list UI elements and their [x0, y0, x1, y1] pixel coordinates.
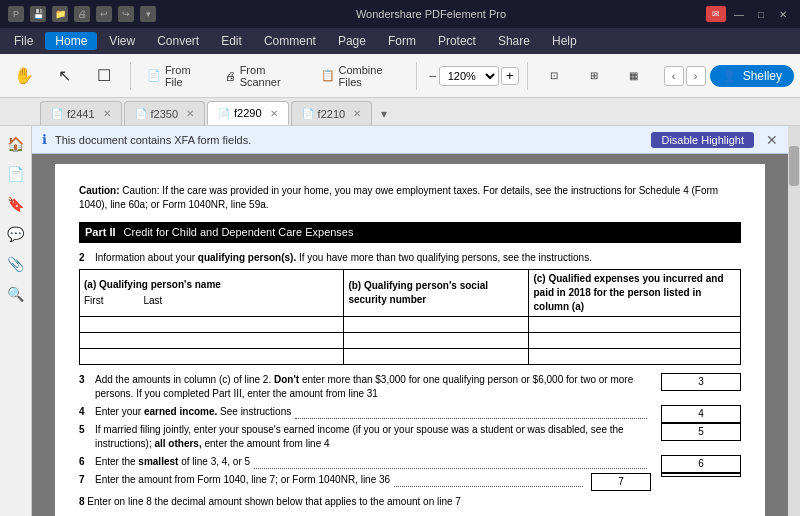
print-icon[interactable]: 🖨 [74, 6, 90, 22]
dropdown-icon[interactable]: ▾ [140, 6, 156, 22]
line2-row: 2 Information about your qualifying pers… [79, 251, 741, 265]
line5-input[interactable]: 5 [661, 423, 741, 441]
menu-edit[interactable]: Edit [211, 32, 252, 50]
page-fit-button[interactable]: ⊡ [536, 67, 572, 84]
maximize-button[interactable]: □ [752, 7, 770, 21]
tab-icon-f2210: 📄 [302, 108, 314, 119]
col-b-header: (b) Qualifying person's social security … [344, 270, 529, 317]
combine-files-button[interactable]: 📋 Combine Files [313, 60, 408, 92]
disable-highlight-button[interactable]: Disable Highlight [651, 132, 754, 148]
zoom-plus-button[interactable]: + [501, 67, 519, 85]
line6-number: 6 [79, 455, 91, 469]
line3-input[interactable]: 3 [661, 373, 741, 391]
open-icon[interactable]: 📁 [52, 6, 68, 22]
redo-icon[interactable]: ↪ [118, 6, 134, 22]
tab-f2210[interactable]: 📄 f2210 ✕ [291, 101, 373, 125]
menu-page[interactable]: Page [328, 32, 376, 50]
menu-home[interactable]: Home [45, 32, 97, 50]
row2-col-a[interactable] [80, 333, 344, 349]
menu-share[interactable]: Share [488, 32, 540, 50]
hand-tool-button[interactable]: ✋ [6, 65, 42, 87]
sidebar-comments-icon[interactable]: 💬 [4, 222, 28, 246]
from-scanner-button[interactable]: 🖨 From Scanner [217, 60, 309, 92]
tab-label-f2210: f2210 [318, 108, 346, 120]
tab-f2350[interactable]: 📄 f2350 ✕ [124, 101, 206, 125]
line6-dots [254, 455, 647, 469]
tab-f2441[interactable]: 📄 f2441 ✕ [40, 101, 122, 125]
scroll-thumb[interactable] [789, 146, 799, 186]
line6-input[interactable]: 6 [661, 455, 741, 473]
line4-input[interactable]: 4 [661, 405, 741, 423]
zoom-select[interactable]: 120% 100% 150% [439, 66, 499, 86]
view-icon: ▦ [629, 70, 638, 81]
menu-convert[interactable]: Convert [147, 32, 209, 50]
document-container[interactable]: Caution: Caution: If the care was provid… [32, 154, 788, 516]
save-icon[interactable]: 💾 [30, 6, 46, 22]
from-file-label: From File [165, 64, 205, 88]
content-area: ℹ This document contains XFA form fields… [32, 126, 788, 516]
line7-row: 7 Enter the amount from Form 1040, line … [79, 473, 741, 491]
sidebar-home-icon[interactable]: 🏠 [4, 132, 28, 156]
user-menu-button[interactable]: 👤 Shelley [710, 65, 794, 87]
divider3 [527, 62, 528, 90]
menu-comment[interactable]: Comment [254, 32, 326, 50]
col-a-sub2: Last [143, 294, 162, 308]
row1-col-a[interactable] [80, 317, 344, 333]
prev-page-button[interactable]: ‹ [664, 66, 684, 86]
width-icon: ⊞ [590, 70, 598, 81]
zoom-group: − 120% 100% 150% + [429, 66, 519, 86]
row3-col-c[interactable] [529, 349, 741, 365]
edit-tool-button[interactable]: ☐ [86, 65, 122, 87]
tab-bar: 📄 f2441 ✕ 📄 f2350 ✕ 📄 f2290 ✕ 📄 f2210 ✕ … [0, 98, 800, 126]
col-c-header-text: (c) Qualified expenses you incurred and … [533, 273, 723, 312]
tab-close-f2290[interactable]: ✕ [270, 108, 278, 119]
next-page-button[interactable]: › [686, 66, 706, 86]
undo-icon[interactable]: ↩ [96, 6, 112, 22]
tab-close-f2210[interactable]: ✕ [353, 108, 361, 119]
line3-row: 3 Add the amounts in column (c) of line … [79, 373, 741, 401]
app-title: Wondershare PDFelement Pro [156, 8, 706, 20]
sidebar-search-icon[interactable]: 🔍 [4, 282, 28, 306]
tab-overflow-button[interactable]: ▾ [374, 103, 394, 125]
app-icon: P [8, 6, 24, 22]
from-file-button[interactable]: 📄 From File [139, 60, 213, 92]
title-bar: P 💾 📁 🖨 ↩ ↪ ▾ Wondershare PDFelement Pro… [0, 0, 800, 28]
scrollbar[interactable] [788, 126, 800, 516]
line5-text: If married filing jointly, enter your sp… [95, 423, 643, 451]
row3-col-b[interactable] [344, 349, 529, 365]
tab-close-f2350[interactable]: ✕ [186, 108, 194, 119]
line7-input[interactable] [661, 473, 741, 477]
tab-f2290[interactable]: 📄 f2290 ✕ [207, 101, 289, 125]
part-header: Part II Credit for Child and Dependent C… [79, 222, 741, 243]
menu-form[interactable]: Form [378, 32, 426, 50]
menu-file[interactable]: File [4, 32, 43, 50]
sidebar-bookmarks-icon[interactable]: 🔖 [4, 192, 28, 216]
row2-col-c[interactable] [529, 333, 741, 349]
menu-view[interactable]: View [99, 32, 145, 50]
line4-row: 4 Enter your earned income. See instruct… [79, 405, 741, 419]
row2-col-b[interactable] [344, 333, 529, 349]
sidebar-pages-icon[interactable]: 📄 [4, 162, 28, 186]
part-label: Part II [85, 225, 116, 240]
minimize-button[interactable]: — [730, 7, 748, 21]
cursor-tool-button[interactable]: ↖ [46, 65, 82, 87]
menu-protect[interactable]: Protect [428, 32, 486, 50]
xfa-close-button[interactable]: ✕ [766, 132, 778, 148]
user-icon: 👤 [722, 69, 737, 83]
page-width-button[interactable]: ⊞ [576, 67, 612, 84]
line8-label: 8 [79, 496, 85, 507]
row1-col-b[interactable] [344, 317, 529, 333]
sidebar-attachments-icon[interactable]: 📎 [4, 252, 28, 276]
menu-help[interactable]: Help [542, 32, 587, 50]
tab-close-f2441[interactable]: ✕ [103, 108, 111, 119]
combine-label: Combine Files [339, 64, 400, 88]
row1-col-c[interactable] [529, 317, 741, 333]
table-row [80, 317, 741, 333]
close-button[interactable]: ✕ [774, 7, 792, 21]
title-bar-left: P 💾 📁 🖨 ↩ ↪ ▾ [8, 6, 156, 22]
mail-icon[interactable]: ✉ [706, 6, 726, 22]
zoom-minus-icon[interactable]: − [429, 68, 437, 84]
page-view-button[interactable]: ▦ [616, 67, 652, 84]
hand-icon: ✋ [14, 68, 34, 84]
row3-col-a[interactable] [80, 349, 344, 365]
